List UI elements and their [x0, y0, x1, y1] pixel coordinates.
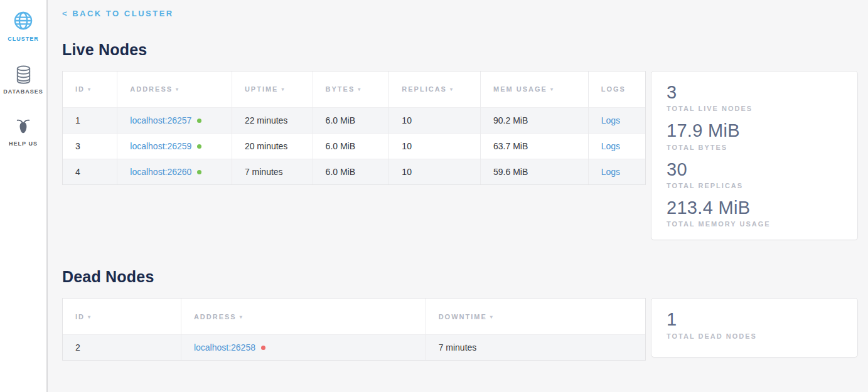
- bytes-cell: 6.0 MiB: [313, 159, 389, 184]
- column-header-downtime[interactable]: DOWNTIME▾: [426, 299, 645, 334]
- summary-stat-label: TOTAL LIVE NODES: [667, 105, 842, 112]
- node-address-link[interactable]: localhost:26257: [130, 115, 191, 125]
- bytes-cell: 6.0 MiB: [313, 107, 389, 133]
- column-header-label: ID: [75, 313, 85, 320]
- app-window: CLUSTER DATABASES HELP US < BACK TO CLUS…: [0, 0, 868, 392]
- sort-arrow-icon: ▾: [450, 87, 454, 92]
- globe-icon: [13, 10, 34, 31]
- column-header-label: ADDRESS: [194, 313, 237, 320]
- replicas-cell: 10: [389, 159, 481, 184]
- sidebar: CLUSTER DATABASES HELP US: [0, 0, 48, 392]
- column-header-label: MEM USAGE: [493, 85, 547, 93]
- address-cell: localhost:26257: [117, 107, 232, 133]
- downtime-cell: 7 minutes: [426, 334, 645, 360]
- column-header-label: UPTIME: [245, 85, 279, 93]
- dead-nodes-title: Dead Nodes: [62, 268, 868, 286]
- id-cell: 2: [63, 334, 181, 360]
- column-header-label: BYTES: [326, 85, 355, 93]
- column-header-label: DOWNTIME: [439, 313, 487, 320]
- uptime-cell: 7 minutes: [232, 159, 313, 184]
- node-logs-link[interactable]: Logs: [601, 167, 620, 177]
- table-row: 3localhost:2625920 minutes6.0 MiB1063.7 …: [63, 133, 645, 159]
- column-header-mem-usage[interactable]: MEM USAGE▾: [481, 72, 589, 107]
- mem-usage-cell: 63.7 MiB: [481, 133, 589, 159]
- column-header-label: REPLICAS: [402, 85, 447, 93]
- node-status-dot-icon: [197, 119, 201, 123]
- id-cell: 3: [63, 133, 117, 159]
- column-header-id[interactable]: ID▾: [63, 299, 181, 334]
- sort-arrow-icon: ▾: [240, 314, 244, 320]
- summary-stat-label: TOTAL DEAD NODES: [667, 332, 842, 340]
- live-nodes-section: ID▾ADDRESS▾UPTIME▾BYTES▾REPLICAS▾MEM USA…: [62, 71, 868, 240]
- node-status-dot-icon: [197, 144, 201, 149]
- summary-stat-value: 213.4 MiB: [667, 198, 842, 218]
- table-header-row: ID▾ADDRESS▾UPTIME▾BYTES▾REPLICAS▾MEM USA…: [63, 72, 645, 107]
- live-nodes-title: Live Nodes: [62, 41, 868, 59]
- sort-arrow-icon: ▾: [550, 87, 554, 92]
- table-row: 1localhost:2625722 minutes6.0 MiB1090.2 …: [63, 107, 645, 133]
- column-header-label: ADDRESS: [130, 85, 173, 93]
- summary-stat-label: TOTAL BYTES: [667, 144, 842, 151]
- node-logs-link[interactable]: Logs: [601, 115, 620, 125]
- column-header-bytes[interactable]: BYTES▾: [313, 72, 389, 107]
- summary-stat-value: 3: [667, 82, 842, 103]
- node-status-dot-icon: [197, 170, 201, 174]
- address-cell: localhost:26259: [117, 133, 232, 159]
- node-address-link[interactable]: localhost:26258: [194, 342, 255, 352]
- dead-nodes-table: ID▾ADDRESS▾DOWNTIME▾ 2localhost:262587 m…: [62, 298, 646, 361]
- live-nodes-table: ID▾ADDRESS▾UPTIME▾BYTES▾REPLICAS▾MEM USA…: [62, 71, 646, 185]
- dead-nodes-section: ID▾ADDRESS▾DOWNTIME▾ 2localhost:262587 m…: [62, 298, 868, 361]
- logs-cell: Logs: [588, 107, 645, 133]
- node-address-link[interactable]: localhost:26260: [130, 167, 191, 177]
- node-status-dot-icon: [261, 346, 265, 350]
- sort-arrow-icon: ▾: [176, 87, 179, 92]
- column-header-label: ID: [75, 85, 85, 93]
- sidebar-item-label: CLUSTER: [8, 36, 39, 42]
- node-logs-link[interactable]: Logs: [601, 141, 620, 151]
- summary-stat: 17.9 MiBTOTAL BYTES: [667, 120, 842, 151]
- id-cell: 1: [63, 107, 117, 133]
- uptime-cell: 22 minutes: [232, 107, 313, 133]
- address-cell: localhost:26260: [117, 159, 232, 184]
- sort-arrow-icon: ▾: [358, 87, 362, 92]
- column-header-uptime[interactable]: UPTIME▾: [232, 72, 313, 107]
- summary-stat-label: TOTAL REPLICAS: [667, 182, 842, 189]
- address-cell: localhost:26258: [181, 334, 426, 360]
- sidebar-item-databases[interactable]: DATABASES: [0, 62, 46, 97]
- table-header-row: ID▾ADDRESS▾DOWNTIME▾: [63, 299, 645, 334]
- back-to-cluster-link[interactable]: < BACK TO CLUSTER: [62, 9, 174, 18]
- sidebar-item-label: HELP US: [9, 140, 38, 147]
- sort-arrow-icon: ▾: [88, 87, 92, 92]
- sort-arrow-icon: ▾: [88, 314, 92, 320]
- mem-usage-cell: 59.6 MiB: [481, 159, 589, 184]
- dead-nodes-summary-card: 1TOTAL DEAD NODES: [651, 298, 858, 357]
- sort-arrow-icon: ▾: [281, 87, 285, 92]
- summary-stat: 1TOTAL DEAD NODES: [667, 309, 842, 339]
- summary-stat: 30TOTAL REPLICAS: [667, 159, 842, 189]
- summary-stat-value: 30: [667, 159, 842, 180]
- summary-stat: 213.4 MiBTOTAL MEMORY USAGE: [667, 198, 842, 228]
- sidebar-item-help-us[interactable]: HELP US: [0, 115, 46, 149]
- bug-icon: [14, 117, 33, 136]
- logs-cell: Logs: [588, 133, 645, 159]
- live-nodes-summary-card: 3TOTAL LIVE NODES17.9 MiBTOTAL BYTES30TO…: [651, 71, 858, 240]
- sidebar-item-cluster[interactable]: CLUSTER: [0, 8, 46, 45]
- uptime-cell: 20 minutes: [232, 133, 313, 159]
- column-header-logs: LOGS: [588, 72, 645, 107]
- column-header-label: LOGS: [601, 85, 626, 93]
- mem-usage-cell: 90.2 MiB: [481, 107, 589, 133]
- database-icon: [14, 65, 33, 84]
- bytes-cell: 6.0 MiB: [313, 133, 389, 159]
- column-header-id[interactable]: ID▾: [63, 72, 117, 107]
- id-cell: 4: [63, 159, 117, 184]
- column-header-address[interactable]: ADDRESS▾: [117, 72, 232, 107]
- replicas-cell: 10: [389, 133, 481, 159]
- column-header-address[interactable]: ADDRESS▾: [181, 299, 426, 334]
- node-address-link[interactable]: localhost:26259: [130, 141, 191, 151]
- column-header-replicas[interactable]: REPLICAS▾: [389, 72, 481, 107]
- summary-stat: 3TOTAL LIVE NODES: [667, 82, 842, 112]
- table-row: 2localhost:262587 minutes: [63, 334, 645, 360]
- replicas-cell: 10: [389, 107, 481, 133]
- summary-stat-label: TOTAL MEMORY USAGE: [667, 220, 842, 228]
- summary-stat-value: 1: [667, 309, 842, 330]
